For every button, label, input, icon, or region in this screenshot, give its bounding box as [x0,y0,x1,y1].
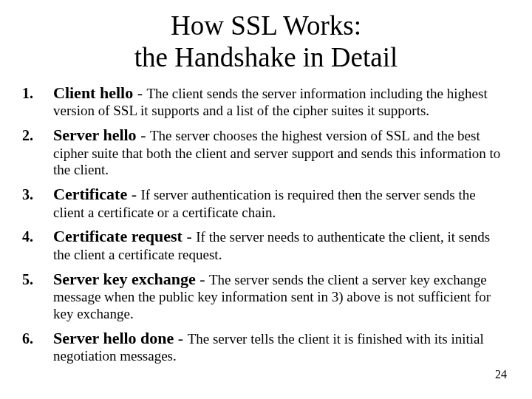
list-item: 2. Server hello - The server chooses the… [22,126,510,185]
item-body: Server hello - The server chooses the hi… [53,126,510,185]
list-item: 5. Server key exchange - The server send… [22,270,510,329]
list-item: 6. Server hello done - The server tells … [22,329,510,371]
item-lead: Server hello [53,126,137,144]
item-body: Client hello - The client sends the serv… [53,83,510,126]
slide-title: How SSL Works: the Handshake in Detail [22,10,510,73]
item-number: 2. [22,126,53,185]
item-number: 6. [22,329,53,371]
item-lead: Server key exchange [53,270,196,288]
item-number: 4. [22,227,53,269]
title-line-1: How SSL Works: [171,10,361,41]
item-lead: Certificate request [53,227,183,245]
list-item: 1. Client hello - The client sends the s… [22,83,510,126]
item-number: 1. [22,83,53,126]
list-item: 3. Certificate - If server authenticatio… [22,185,510,227]
steps-list: 1. Client hello - The client sends the s… [22,83,510,371]
slide: How SSL Works: the Handshake in Detail 1… [0,0,532,399]
item-number: 5. [22,270,53,329]
item-number: 3. [22,185,53,227]
list-item: 4. Certificate request - If the server n… [22,227,510,269]
item-body: Server key exchange - The server sends t… [53,270,510,329]
item-lead: Certificate [53,185,127,203]
item-body: Server hello done - The server tells the… [53,329,510,371]
item-body: Certificate - If server authentication i… [53,185,510,227]
page-number: 24 [495,368,507,381]
item-body: Certificate request - If the server need… [53,227,510,269]
item-lead: Server hello done [53,329,174,347]
title-line-2: the Handshake in Detail [134,42,398,72]
item-lead: Client hello [53,83,133,102]
